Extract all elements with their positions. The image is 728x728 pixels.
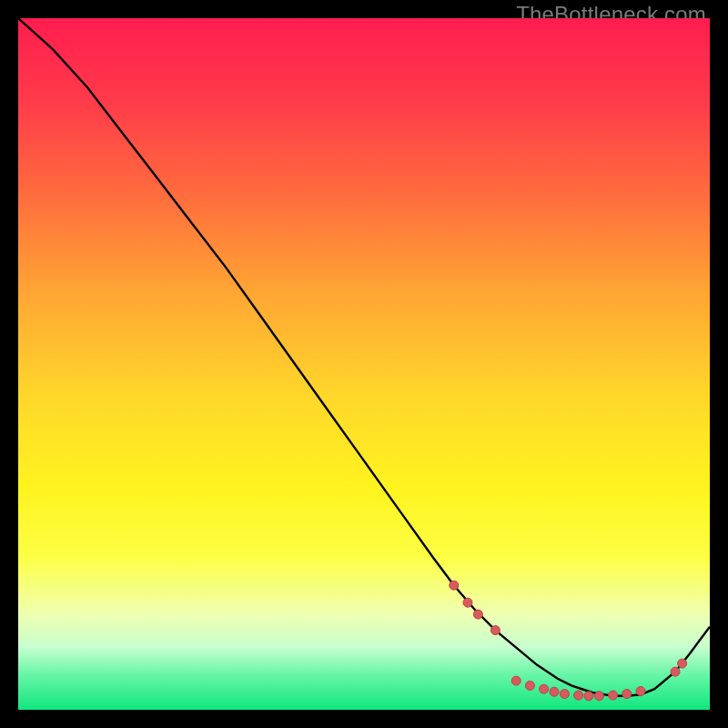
marker-point	[622, 690, 632, 699]
marker-point	[574, 691, 583, 700]
marker-point	[463, 598, 472, 607]
chart-frame	[18, 18, 710, 710]
marker-point	[609, 691, 618, 700]
marker-point	[671, 667, 680, 676]
marker-point	[636, 686, 645, 695]
marker-point	[450, 581, 459, 590]
marker-point	[584, 692, 593, 701]
marker-point	[594, 692, 603, 701]
chart-background	[18, 18, 710, 710]
marker-point	[560, 690, 569, 699]
marker-point	[473, 610, 482, 619]
marker-point	[490, 626, 500, 635]
marker-point	[540, 684, 549, 693]
marker-point	[511, 676, 521, 685]
chart-svg	[18, 18, 710, 710]
marker-point	[678, 659, 687, 668]
marker-point	[550, 687, 559, 696]
marker-point	[525, 681, 534, 690]
